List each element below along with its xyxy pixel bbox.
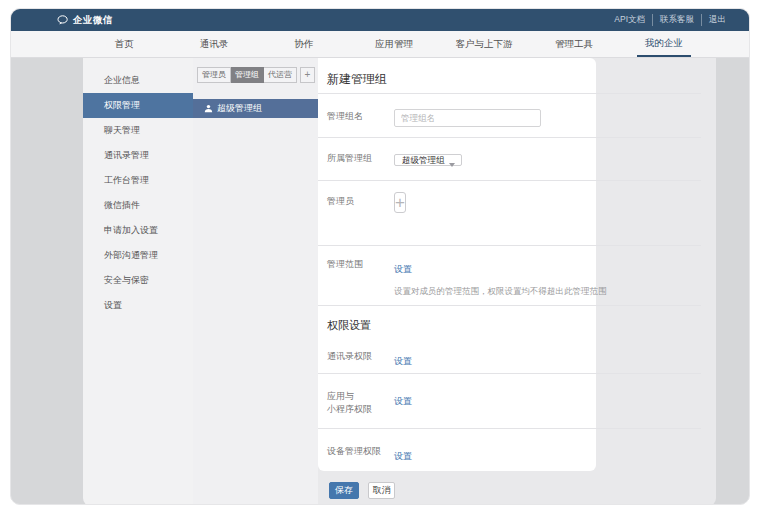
contacts-permission-row: 通讯录权限 设置 [318,341,701,374]
group-name-input[interactable] [394,109,541,127]
main-panel: 新建管理组 管理组名 所属管理组 超级管理组 [318,58,716,505]
api-docs-link[interactable]: API文档 [607,14,652,26]
sidebar-item-wechat-plugin[interactable]: 微信插件 [83,193,193,218]
nav-app-management[interactable]: 应用管理 [349,31,439,57]
tab-agency-ops[interactable]: 代运营 [264,67,297,83]
nav-admin-tools[interactable]: 管理工具 [529,31,619,57]
app-window: 企业微信 API文档 联系客服 退出 首页 通讯录 协作 应用管理 客户与上下游… [10,8,750,505]
form-title-row: 新建管理组 [318,58,701,94]
save-button[interactable]: 保存 [329,482,359,499]
sidebar-item-security[interactable]: 安全与保密 [83,268,193,293]
group-list-item-super-admin[interactable]: 超级管理组 [193,99,318,118]
sidebar-item-chat-management[interactable]: 聊天管理 [83,118,193,143]
device-permission-label: 设备管理权限 [327,445,394,471]
add-admin-button[interactable]: + [394,192,406,213]
parent-group-selected-value: 超级管理组 [402,155,445,165]
contacts-permission-label: 通讯录权限 [327,350,394,373]
sidebar-item-contacts-management[interactable]: 通讯录管理 [83,143,193,168]
apps-permission-settings-link[interactable]: 设置 [394,396,412,406]
settings-sidebar: 企业信息 权限管理 聊天管理 通讯录管理 工作台管理 微信插件 申请加入设置 外… [83,58,193,505]
parent-group-label: 所属管理组 [327,149,394,180]
permissions-section-row: 权限设置 [318,306,701,341]
contact-support-link[interactable]: 联系客服 [652,14,701,26]
parent-group-select[interactable]: 超级管理组 [394,154,462,166]
nav-customers[interactable]: 客户与上下游 [439,31,529,57]
add-admin-group-button[interactable]: + [300,67,315,83]
wechat-work-logo-icon [57,15,69,25]
sidebar-item-workbench-management[interactable]: 工作台管理 [83,168,193,193]
form-footer: 保存 取消 [329,482,395,499]
scope-label: 管理范围 [327,258,394,305]
main-nav: 首页 通讯录 协作 应用管理 客户与上下游 管理工具 我的企业 [11,31,749,58]
apps-permission-row: 应用与 小程序权限 设置 [318,374,701,429]
apps-permission-label: 应用与 小程序权限 [327,390,394,428]
scope-row: 管理范围 设置 设置对成员的管理范围，权限设置均不得超出此管理范围 [318,246,701,306]
admin-group-icon [204,104,213,113]
nav-my-company[interactable]: 我的企业 [619,31,709,57]
group-list-item-label: 超级管理组 [217,102,262,115]
admin-type-tabs: 管理员 管理组 代运营 + [197,67,318,83]
device-permission-settings-link[interactable]: 设置 [394,451,412,461]
sidebar-item-join-settings[interactable]: 申请加入设置 [83,218,193,243]
sidebar-item-external-communication[interactable]: 外部沟通管理 [83,243,193,268]
chevron-down-icon [449,163,455,167]
scope-description: 设置对成员的管理范围，权限设置均不得超出此管理范围 [394,286,701,298]
admins-label: 管理员 [327,189,394,245]
nav-collaboration[interactable]: 协作 [259,31,349,57]
plus-icon: + [395,193,405,212]
sidebar-item-company-info[interactable]: 企业信息 [83,68,193,93]
nav-contacts[interactable]: 通讯录 [169,31,259,57]
topbar-links: API文档 联系客服 退出 [607,14,733,26]
new-admin-group-form: 新建管理组 管理组名 所属管理组 超级管理组 [318,58,701,471]
permissions-section-title: 权限设置 [327,318,371,341]
page-title: 新建管理组 [327,71,387,93]
admin-groups-panel: 管理员 管理组 代运营 + 超级管理组 [193,58,318,505]
sidebar-item-settings[interactable]: 设置 [83,293,193,318]
tab-admins[interactable]: 管理员 [197,67,231,83]
group-name-row: 管理组名 [318,94,701,138]
scope-settings-link[interactable]: 设置 [394,264,412,274]
sidebar-item-permission-management[interactable]: 权限管理 [83,93,193,118]
tab-admin-groups[interactable]: 管理组 [231,67,264,83]
content-area: 企业信息 权限管理 聊天管理 通讯录管理 工作台管理 微信插件 申请加入设置 外… [11,58,749,505]
cancel-button[interactable]: 取消 [368,482,395,499]
device-permission-row: 设备管理权限 设置 [318,429,701,471]
parent-group-row: 所属管理组 超级管理组 [318,138,701,181]
nav-home[interactable]: 首页 [79,31,169,57]
logout-link[interactable]: 退出 [701,14,733,26]
contacts-permission-settings-link[interactable]: 设置 [394,356,412,366]
brand-name: 企业微信 [73,14,113,27]
brand: 企业微信 [57,14,113,27]
group-name-label: 管理组名 [327,107,394,137]
topbar: 企业微信 API文档 联系客服 退出 [11,9,749,31]
admins-row: 管理员 + [318,181,701,246]
